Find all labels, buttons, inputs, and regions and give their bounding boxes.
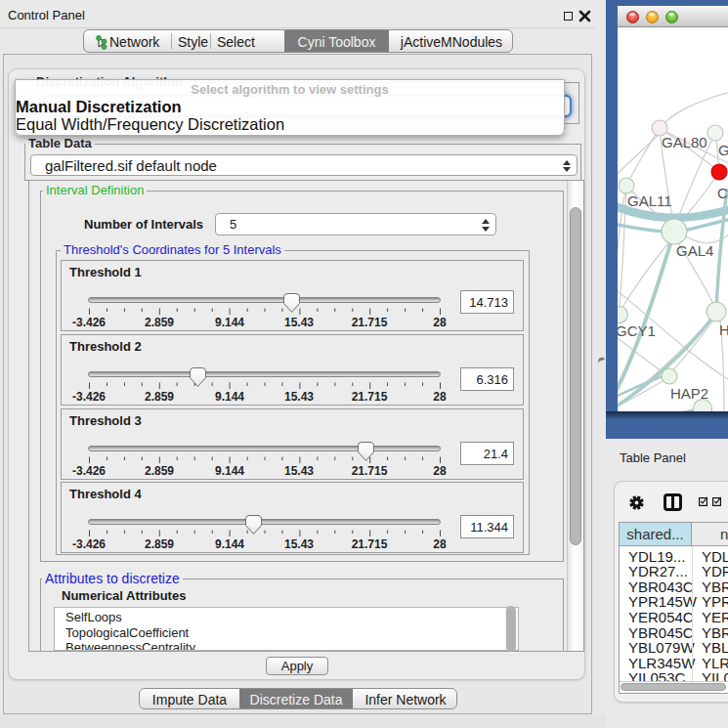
svg-text:GAL11: GAL11: [627, 193, 672, 209]
svg-text:C: C: [717, 185, 728, 201]
svg-text:GCY1: GCY1: [618, 322, 656, 339]
svg-text:GA: GA: [718, 142, 728, 158]
svg-text:GAL80: GAL80: [662, 134, 707, 150]
svg-text:HAP2: HAP2: [670, 385, 708, 402]
svg-text:H: H: [719, 321, 728, 338]
svg-text:GAL4: GAL4: [676, 242, 713, 259]
